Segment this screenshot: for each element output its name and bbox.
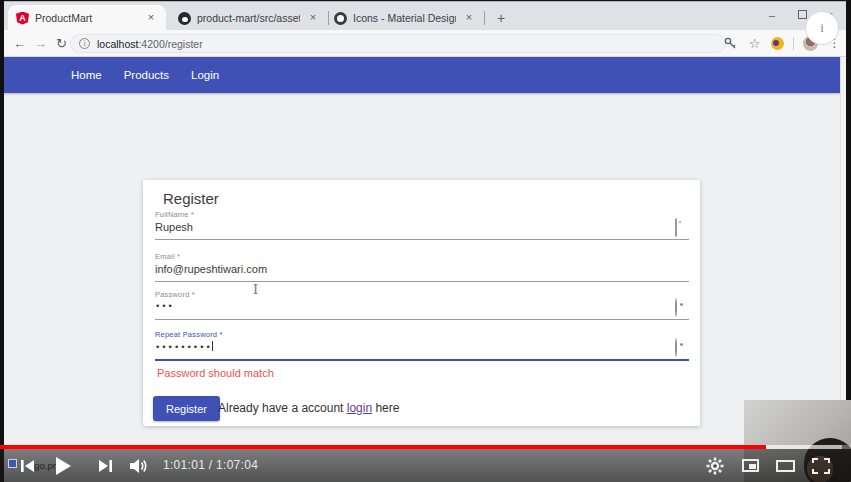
github-icon	[178, 12, 191, 25]
volume-icon[interactable]	[126, 449, 152, 482]
nav-item-login[interactable]: Login	[191, 69, 219, 81]
tab-github-repo[interactable]: product-mart/src/assets at maste ×	[170, 5, 328, 31]
field-label: Password *	[155, 290, 689, 299]
desktop-file-icon	[8, 459, 17, 468]
previous-video-button[interactable]	[17, 449, 39, 482]
password-field[interactable]: Password * •••	[155, 290, 689, 328]
player-control-bar: ogo.pn 1:01:01 / 1:07:04	[0, 449, 851, 482]
back-icon[interactable]: ←	[10, 34, 29, 53]
url-text: localhost:4200/register	[97, 38, 203, 50]
toolbar-divider	[793, 37, 794, 50]
settings-gear-icon[interactable]	[703, 449, 727, 482]
address-bar[interactable]: i localhost:4200/register	[70, 34, 726, 53]
angular-icon: A	[16, 12, 29, 25]
video-frame: A ProductMart × product-mart/src/assets …	[0, 0, 851, 482]
app-navbar: Home Products Login	[4, 57, 840, 93]
page-title: Register	[163, 190, 219, 207]
login-hint-text: Already have a account login here	[218, 401, 399, 415]
ibeam-cursor: I	[253, 282, 258, 297]
forward-icon[interactable]: →	[31, 34, 50, 53]
login-link[interactable]: login	[347, 401, 372, 415]
password-value[interactable]: •••	[155, 301, 174, 311]
video-info-badge[interactable]: i	[805, 11, 839, 45]
nav-item-home[interactable]: Home	[71, 69, 102, 81]
field-underline	[155, 281, 689, 282]
tab-strip: A ProductMart × product-mart/src/assets …	[4, 1, 846, 30]
tab-title: ProductMart	[35, 12, 138, 24]
fullname-field[interactable]: FullName * Rupesh	[155, 210, 689, 248]
miniplayer-icon[interactable]	[737, 449, 763, 482]
visibility-eye-icon[interactable]	[675, 339, 687, 351]
url-path: :4200/register	[138, 38, 202, 50]
bookmark-star-icon[interactable]: ☆	[747, 36, 762, 51]
page-viewport: Home Products Login Register FullName * …	[4, 57, 846, 482]
contact-card-icon[interactable]	[675, 219, 687, 231]
field-label: Repeat Password *	[155, 330, 689, 339]
register-card: Register FullName * Rupesh Email * info@…	[143, 180, 700, 426]
material-design-icon	[334, 12, 347, 25]
theater-mode-icon[interactable]	[772, 449, 798, 482]
field-label: Email *	[155, 252, 689, 261]
window-maximize-button[interactable]	[798, 10, 807, 19]
play-button[interactable]	[50, 449, 76, 482]
visibility-eye-icon[interactable]	[675, 299, 687, 311]
tab-material-icons[interactable]: Icons - Material Design ×	[326, 5, 484, 31]
window-minimize-button[interactable]: –	[758, 4, 786, 26]
tab-title: Icons - Material Design	[353, 12, 456, 24]
nav-item-products[interactable]: Products	[124, 69, 169, 81]
url-host: localhost	[97, 38, 138, 50]
close-icon[interactable]: ×	[462, 11, 476, 25]
browser-window: A ProductMart × product-mart/src/assets …	[4, 1, 846, 482]
fullscreen-icon[interactable]	[808, 449, 834, 482]
time-display: 1:01:01 / 1:07:04	[163, 458, 258, 472]
email-field[interactable]: Email * info@rupeshtiwari.com	[155, 252, 689, 290]
validation-error: Password should match	[157, 367, 274, 379]
browser-toolbar: ← → ↻ i localhost:4200/register ☆ ⋮	[4, 30, 846, 57]
field-underline	[155, 359, 689, 361]
fullname-value[interactable]: Rupesh	[155, 221, 193, 233]
repeat-password-field[interactable]: Repeat Password * •••••••••	[155, 330, 689, 368]
tab-title: product-mart/src/assets at maste	[197, 12, 300, 24]
password-key-icon[interactable]	[723, 36, 738, 51]
new-tab-button[interactable]: +	[491, 8, 511, 28]
close-icon[interactable]: ×	[306, 11, 320, 25]
repeat-password-value[interactable]: •••••••••	[155, 341, 213, 352]
field-label: FullName *	[155, 210, 689, 219]
text-caret	[212, 341, 213, 351]
email-value[interactable]: info@rupeshtiwari.com	[155, 263, 267, 275]
field-underline	[155, 319, 689, 320]
next-video-button[interactable]	[93, 449, 117, 482]
tab-divider	[484, 11, 485, 25]
close-icon[interactable]: ×	[144, 11, 158, 25]
register-button[interactable]: Register	[153, 396, 220, 421]
field-underline	[155, 239, 689, 240]
tab-productmart[interactable]: A ProductMart ×	[8, 5, 166, 31]
page-info-icon[interactable]: i	[79, 38, 90, 49]
reload-icon[interactable]: ↻	[52, 34, 71, 53]
extension-icon[interactable]	[771, 37, 784, 50]
